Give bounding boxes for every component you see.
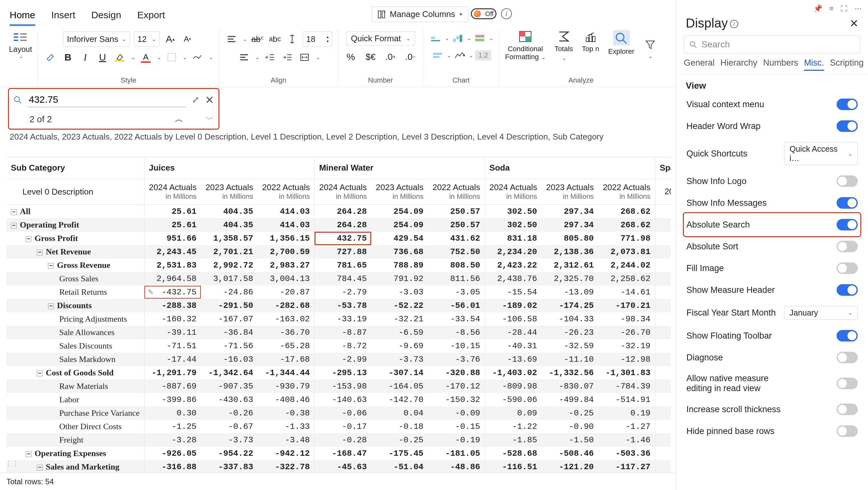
close-icon[interactable]: ✕ — [205, 94, 214, 106]
line-style-button[interactable] — [191, 51, 204, 64]
cell[interactable]: 727.88 — [314, 245, 371, 259]
cell[interactable]: -282.68 — [258, 299, 314, 313]
col-group-spark[interactable]: Spark — [655, 157, 671, 179]
cell[interactable]: -508.46 — [541, 447, 598, 460]
row-label[interactable]: −Gross Profit — [6, 232, 144, 245]
table-row[interactable]: Labor-399.86-430.63-408.46-140.63-142.70… — [6, 393, 671, 406]
cell[interactable]: -930.79 — [258, 380, 314, 393]
measure-header[interactable]: 2024 Actualsin Millions — [144, 179, 201, 204]
italic-button[interactable]: I — [79, 51, 92, 64]
cell[interactable]: -1,332.56 — [541, 366, 598, 380]
percent-button[interactable]: % — [344, 50, 358, 64]
tab-design[interactable]: Design — [91, 6, 121, 26]
table-row[interactable]: Gross Sales2,964.583,017.583,004.13784.4… — [6, 272, 671, 286]
toggle-switch[interactable] — [837, 284, 858, 296]
number-badge[interactable]: 1.2 — [475, 50, 491, 61]
col-group-mineral-water[interactable]: Mineral Water — [314, 157, 485, 179]
chevron-down-icon[interactable]: ⌄ — [489, 35, 493, 41]
table-row[interactable]: Raw Materials-887.69-907.35-930.79-153.9… — [6, 380, 671, 393]
chevron-down-icon[interactable]: ⌄ — [316, 55, 320, 61]
cell[interactable]: -0.25 — [541, 406, 598, 420]
cell[interactable]: 788.89 — [371, 259, 428, 272]
line-height-button[interactable] — [285, 32, 299, 46]
cell[interactable]: -3.03 — [371, 286, 428, 299]
cell[interactable]: -8.72 — [314, 339, 371, 353]
chevron-down-icon[interactable]: ⌄ — [447, 53, 451, 59]
cell[interactable]: -33.54 — [428, 313, 485, 326]
cell[interactable]: -56.01 — [428, 299, 485, 313]
toggle-switch[interactable] — [837, 330, 858, 341]
strikethrough-button[interactable]: abᶜ — [251, 32, 264, 46]
row-label[interactable]: Purchase Price Variance — [6, 406, 144, 420]
cell[interactable]: -36.84 — [201, 326, 258, 339]
measure-header[interactable]: 2023 Actualsin Millions — [371, 179, 428, 204]
cell[interactable]: -926.05 — [144, 447, 201, 460]
col-group-juices[interactable]: Juices — [144, 157, 314, 179]
toggle-switch[interactable] — [837, 197, 858, 209]
cell[interactable]: -0.67 — [201, 420, 258, 433]
cell[interactable]: -1.33 — [258, 420, 314, 433]
table-row[interactable]: −Discounts-288.38-291.50-282.68-53.78-52… — [6, 299, 671, 313]
cell[interactable]: -590.06 — [485, 393, 541, 406]
cell[interactable]: -430.63 — [201, 393, 258, 406]
cell[interactable]: 2,244.02 — [598, 259, 655, 272]
underline-button[interactable]: U — [96, 51, 109, 64]
table-row[interactable]: Sales Discounts-71.51-71.56-65.28-8.72-9… — [6, 339, 671, 353]
cell[interactable]: -51.04 — [371, 460, 428, 474]
cell[interactable]: -175.45 — [371, 447, 428, 460]
cell[interactable]: -106.58 — [485, 313, 541, 326]
chevron-down-icon[interactable]: ⌄ — [19, 53, 23, 59]
cell[interactable]: 264.28 — [314, 218, 371, 232]
cell[interactable]: 811.56 — [428, 272, 485, 286]
filter-small-icon[interactable]: ≡ — [829, 4, 833, 13]
search-input[interactable] — [28, 92, 186, 107]
table-row[interactable]: −Cost of Goods Sold-1,291.79-1,342.64-1,… — [6, 366, 671, 380]
row-label[interactable]: Raw Materials — [6, 380, 144, 393]
decrease-font-button[interactable]: A▾ — [181, 32, 194, 46]
cell[interactable]: 268.62 — [598, 204, 655, 218]
measure-header[interactable]: 2022 Actualsin Millions — [428, 179, 485, 204]
panel-tab-general[interactable]: General — [684, 58, 715, 71]
cell[interactable]: -3.76 — [428, 353, 485, 366]
cell[interactable]: -33.19 — [314, 313, 371, 326]
cell[interactable]: -15.54 — [485, 286, 541, 299]
row-label[interactable]: Sales Markdown — [6, 353, 144, 366]
measure-header[interactable]: 2023 Actualsin Millions — [541, 179, 598, 204]
close-panel-button[interactable]: ✕ — [849, 17, 858, 30]
toggle-switch[interactable] — [837, 403, 858, 415]
cell[interactable]: -48.86 — [428, 460, 485, 474]
row-height-select[interactable]: 18 ▴▾ — [303, 31, 332, 47]
row-label[interactable]: Sales Discounts — [6, 339, 144, 353]
cell[interactable]: -887.69 — [144, 380, 201, 393]
cell[interactable]: 250.57 — [428, 204, 485, 218]
cell[interactable]: -24.86 — [201, 286, 258, 299]
cell[interactable]: -307.14 — [371, 366, 428, 380]
cell[interactable]: -164.05 — [371, 380, 428, 393]
row-label[interactable]: −Cost of Goods Sold — [6, 366, 144, 380]
stacked-bar-button[interactable] — [431, 48, 444, 62]
row-label[interactable]: Gross Sales — [6, 272, 144, 286]
cell[interactable]: -528.68 — [485, 447, 541, 460]
cell[interactable]: -1.27 — [598, 420, 655, 433]
cell[interactable]: -28.44 — [485, 326, 541, 339]
cell[interactable]: -11.10 — [541, 353, 598, 366]
font-name-select[interactable]: Inforiver Sans ⌄ — [63, 31, 130, 47]
cell[interactable]: 2,701.21 — [201, 245, 258, 259]
cell[interactable]: -1,301.83 — [598, 366, 655, 380]
cell[interactable]: -181.05 — [428, 447, 485, 460]
cell[interactable]: -20.87 — [258, 286, 314, 299]
panel-tab-hierarchy[interactable]: Hierarchy — [720, 58, 757, 71]
cell[interactable]: 297.34 — [541, 218, 598, 232]
currency-button[interactable]: $€ — [364, 50, 377, 64]
more-icon[interactable]: ⋯ — [855, 4, 862, 13]
cell[interactable]: -9.69 — [371, 339, 428, 353]
row-label[interactable]: −Sales and Marketing — [6, 460, 144, 474]
cell[interactable]: 404.35 — [201, 218, 258, 232]
toggle-switch[interactable] — [837, 120, 858, 132]
chevron-down-icon[interactable]: ⌄ — [467, 35, 471, 41]
fit-width-button[interactable] — [298, 51, 311, 64]
pin-icon[interactable]: 📌 — [813, 4, 822, 13]
tab-home[interactable]: Home — [10, 6, 35, 26]
cell[interactable]: 781.65 — [314, 259, 371, 272]
bar-chart-button[interactable] — [429, 31, 442, 45]
